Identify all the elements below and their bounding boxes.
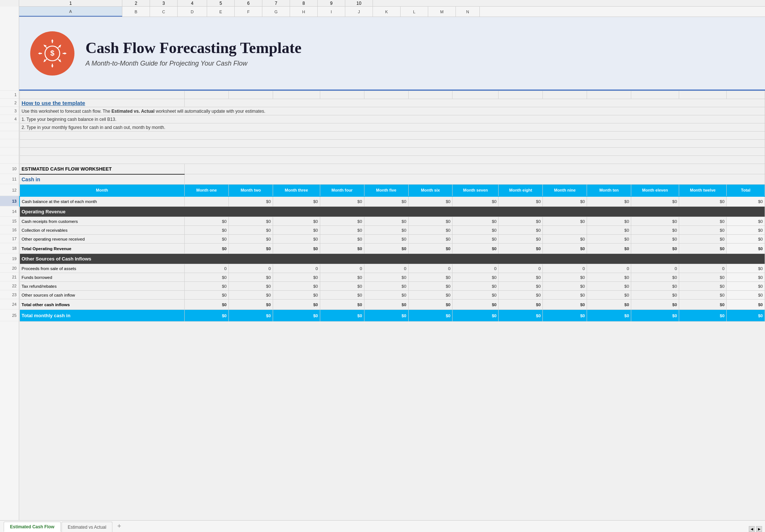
cell-i13[interactable]: $0 — [499, 196, 543, 207]
col-header-j[interactable]: J — [345, 7, 373, 17]
cell-n21[interactable]: $0 — [727, 273, 765, 282]
cell-h17[interactable]: $0 — [453, 235, 499, 244]
cell-k15[interactable]: $0 — [587, 217, 631, 226]
cell-k22[interactable]: $0 — [587, 282, 631, 291]
col-header-n[interactable]: N — [456, 7, 480, 17]
cell-f22[interactable]: $0 — [364, 282, 408, 291]
cell-a19[interactable]: Other Sources of Cash Inflows — [20, 254, 765, 264]
cell-c23[interactable]: $0 — [228, 291, 273, 300]
cell-e20[interactable]: 0 — [320, 264, 364, 273]
cell-c17[interactable]: $0 — [228, 235, 273, 244]
cell-j22[interactable]: $0 — [543, 282, 587, 291]
cell-m24[interactable]: $0 — [679, 300, 727, 310]
header-month-one[interactable]: Month one — [185, 185, 229, 196]
cell-b25[interactable]: $0 — [185, 310, 229, 322]
cell-g20[interactable]: 0 — [408, 264, 453, 273]
cell-e25[interactable]: $0 — [320, 310, 364, 322]
cell-b1[interactable] — [185, 91, 229, 99]
cell-i25[interactable]: $0 — [499, 310, 543, 322]
cell-e1[interactable] — [320, 91, 364, 99]
cell-f24[interactable]: $0 — [364, 300, 408, 310]
cell-e23[interactable]: $0 — [320, 291, 364, 300]
cell-a16[interactable]: Collection of receivables — [20, 226, 185, 235]
cell-g23[interactable]: $0 — [408, 291, 453, 300]
cell-j25[interactable]: $0 — [543, 310, 587, 322]
cell-g16[interactable]: $0 — [408, 226, 453, 235]
cell-j13[interactable]: $0 — [543, 196, 587, 207]
cell-g1[interactable] — [408, 91, 453, 99]
cell-j1[interactable] — [543, 91, 587, 99]
cell-n25[interactable]: $0 — [727, 310, 765, 322]
cell-a1[interactable] — [20, 91, 185, 99]
cell-a13[interactable]: Cash balance at the start of each month — [20, 196, 185, 207]
cell-e17[interactable]: $0 — [320, 235, 364, 244]
col-header-i[interactable]: I — [318, 7, 345, 17]
cell-k13[interactable]: $0 — [587, 196, 631, 207]
cell-a4[interactable]: 1. Type your beginning cash balance in c… — [20, 115, 765, 123]
cell-h24[interactable]: $0 — [453, 300, 499, 310]
cell-a11[interactable]: Cash in — [20, 174, 185, 185]
cell-a23[interactable]: Other sources of cash inflow — [20, 291, 185, 300]
cell-g25[interactable]: $0 — [408, 310, 453, 322]
cell-a7[interactable] — [20, 140, 765, 148]
cell-m1[interactable] — [679, 91, 727, 99]
cell-l24[interactable]: $0 — [631, 300, 679, 310]
cell-c25[interactable]: $0 — [228, 310, 273, 322]
col-header-a[interactable]: A — [19, 7, 122, 17]
cell-k18[interactable]: $0 — [587, 244, 631, 254]
cell-a22[interactable]: Tax refund/rebates — [20, 282, 185, 291]
cell-j24[interactable]: $0 — [543, 300, 587, 310]
cell-h18[interactable]: $0 — [453, 244, 499, 254]
header-month-eleven[interactable]: Month eleven — [631, 185, 679, 196]
cell-l18[interactable]: $0 — [631, 244, 679, 254]
cell-l23[interactable]: $0 — [631, 291, 679, 300]
col-header-f[interactable]: F — [235, 7, 262, 17]
cell-a21[interactable]: Funds borrowed — [20, 273, 185, 282]
cell-d21[interactable]: $0 — [273, 273, 320, 282]
cell-a14[interactable]: Operating Revenue — [20, 207, 765, 217]
cell-a17[interactable]: Other operating revenue received — [20, 235, 185, 244]
col-header-d[interactable]: D — [178, 7, 207, 17]
cell-a9[interactable] — [20, 156, 765, 164]
cell-i17[interactable]: $0 — [499, 235, 543, 244]
cell-j18[interactable]: $0 — [543, 244, 587, 254]
cell-c24[interactable]: $0 — [228, 300, 273, 310]
cell-e15[interactable]: $0 — [320, 217, 364, 226]
cell-h21[interactable]: $0 — [453, 273, 499, 282]
header-month-twelve[interactable]: Month twelve — [679, 185, 727, 196]
cell-m13[interactable]: $0 — [679, 196, 727, 207]
cell-i22[interactable]: $0 — [499, 282, 543, 291]
cell-b15[interactable]: $0 — [185, 217, 229, 226]
cell-h13[interactable]: $0 — [453, 196, 499, 207]
cell-f18[interactable]: $0 — [364, 244, 408, 254]
cell-c15[interactable]: $0 — [228, 217, 273, 226]
cell-h16[interactable]: $0 — [453, 226, 499, 235]
cell-h20[interactable]: 0 — [453, 264, 499, 273]
cell-a15[interactable]: Cash receipts from customers — [20, 217, 185, 226]
col-header-g[interactable]: G — [262, 7, 290, 17]
cell-c22[interactable]: $0 — [228, 282, 273, 291]
tab-estimated-cash-flow[interactable]: Estimated Cash Flow — [4, 522, 61, 532]
cell-e18[interactable]: $0 — [320, 244, 364, 254]
cell-b13[interactable] — [185, 196, 229, 207]
cell-h15[interactable]: $0 — [453, 217, 499, 226]
cell-a3[interactable]: Use this worksheet to forecast cash flow… — [20, 107, 765, 115]
cell-n13[interactable]: $0 — [727, 196, 765, 207]
cell-j15[interactable]: $0 — [543, 217, 587, 226]
cell-k25[interactable]: $0 — [587, 310, 631, 322]
cell-d1[interactable] — [273, 91, 320, 99]
cell-k16[interactable]: $0 — [587, 226, 631, 235]
cell-n15[interactable]: $0 — [727, 217, 765, 226]
col-header-c[interactable]: C — [150, 7, 178, 17]
cell-m18[interactable]: $0 — [679, 244, 727, 254]
cell-b16[interactable]: $0 — [185, 226, 229, 235]
header-month-eight[interactable]: Month eight — [499, 185, 543, 196]
cell-i15[interactable]: $0 — [499, 217, 543, 226]
cell-l21[interactable]: $0 — [631, 273, 679, 282]
header-month-five[interactable]: Month five — [364, 185, 408, 196]
cell-i21[interactable]: $0 — [499, 273, 543, 282]
cell-a20[interactable]: Proceeds from sale of assets — [20, 264, 185, 273]
cell-j20[interactable]: 0 — [543, 264, 587, 273]
cell-a25[interactable]: Total monthly cash in — [20, 310, 185, 322]
cell-g13[interactable]: $0 — [408, 196, 453, 207]
